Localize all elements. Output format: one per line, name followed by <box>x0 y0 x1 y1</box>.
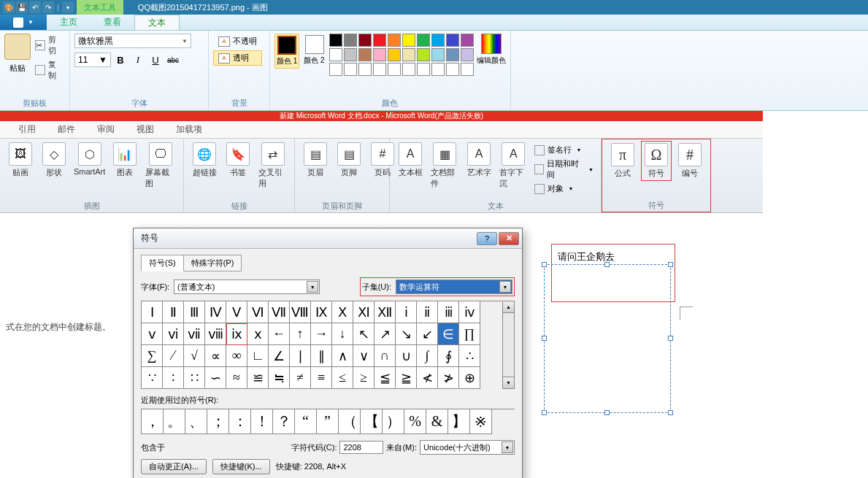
word-tab[interactable]: 加载项 <box>165 121 213 138</box>
palette-swatch[interactable] <box>446 48 459 61</box>
palette-swatch[interactable] <box>329 34 342 47</box>
symbol-cell[interactable]: ∕ <box>163 345 184 367</box>
palette-swatch[interactable] <box>388 63 401 76</box>
symbol-cell[interactable]: ↘ <box>396 323 417 345</box>
symbol-cell[interactable]: ⅷ <box>205 323 226 345</box>
recent-symbol-cell[interactable]: 。 <box>164 409 185 434</box>
resize-handle[interactable] <box>604 410 610 415</box>
save-icon[interactable]: 💾 <box>16 1 28 13</box>
symbol-cell[interactable]: ⅸ <box>226 323 247 345</box>
symbol-cell[interactable]: Ⅱ <box>163 301 184 323</box>
palette-swatch[interactable] <box>388 34 401 47</box>
palette-swatch[interactable] <box>373 48 386 61</box>
font-size-combo[interactable]: 11▼ <box>74 53 111 67</box>
symbol-cell[interactable]: ⅳ <box>459 301 480 323</box>
palette-swatch[interactable] <box>358 63 372 76</box>
undo-icon[interactable]: ↶ <box>29 1 41 13</box>
palette-swatch[interactable] <box>402 63 415 76</box>
palette-swatch[interactable] <box>329 63 342 76</box>
symbol-cell[interactable]: ∑ <box>142 345 163 367</box>
symbol-cell[interactable]: ⅶ <box>184 323 205 345</box>
tab-text[interactable]: 文本 <box>134 15 180 30</box>
word-tab[interactable]: 审阅 <box>86 121 126 138</box>
font-family-combo[interactable]: 微软雅黑▼ <box>74 34 191 48</box>
symbol-cell[interactable]: ⅵ <box>163 323 184 345</box>
palette-swatch[interactable] <box>461 34 474 47</box>
palette-swatch[interactable] <box>388 48 401 61</box>
recent-symbol-cell[interactable]: % <box>404 409 426 434</box>
palette-swatch[interactable] <box>417 63 430 76</box>
recent-symbol-cell[interactable]: ？ <box>273 409 295 434</box>
resize-handle[interactable] <box>668 336 673 341</box>
symbol-cell[interactable]: ≦ <box>375 367 396 389</box>
ribbon-button[interactable]: A首字下沉 <box>498 141 529 190</box>
symbol-cell[interactable]: ≯ <box>438 367 459 389</box>
symbol-cell[interactable]: ∠ <box>269 345 290 367</box>
palette-swatch[interactable] <box>417 34 430 47</box>
recent-symbol-cell[interactable]: ！ <box>251 409 273 434</box>
ribbon-button[interactable]: A艺术字 <box>464 141 493 190</box>
symbol-cell[interactable]: ⊕ <box>459 367 480 389</box>
ribbon-button[interactable]: ▦文档部件 <box>429 141 460 190</box>
ribbon-button[interactable]: 🔖书签 <box>223 141 253 180</box>
symbol-cell[interactable]: Ⅺ <box>353 301 375 323</box>
ribbon-button[interactable]: #编号 <box>675 142 704 180</box>
symbol-cell[interactable]: ∏ <box>459 323 480 345</box>
symbol-cell[interactable]: ↙ <box>417 323 438 345</box>
palette-swatch[interactable] <box>329 48 342 61</box>
shortcut-key-button[interactable]: 快捷键(K)... <box>212 459 270 474</box>
recent-symbol-cell[interactable]: & <box>426 409 448 434</box>
symbol-cell[interactable]: ⅹ <box>247 323 269 345</box>
ribbon-button[interactable]: ▤页眉 <box>301 141 330 180</box>
ribbon-button[interactable]: 🖵屏幕截图 <box>144 141 177 190</box>
recent-symbol-cell[interactable]: “ <box>295 409 317 434</box>
transparent-option[interactable]: A透明 <box>213 50 262 66</box>
symbol-cell[interactable]: ≈ <box>226 367 247 389</box>
symbol-cell[interactable]: Ⅴ <box>226 301 247 323</box>
symbol-cell[interactable]: Ⅻ <box>375 301 396 323</box>
recent-symbol-cell[interactable]: ： <box>229 409 251 434</box>
copy-button[interactable]: 复制 <box>34 58 65 82</box>
symbol-cell[interactable]: ⅰ <box>396 301 417 323</box>
autocorrect-button[interactable]: 自动更正(A)... <box>141 459 207 474</box>
ribbon-button[interactable]: ▤页脚 <box>334 141 364 180</box>
recent-symbol-cell[interactable]: ， <box>142 409 164 434</box>
palette-swatch[interactable] <box>344 63 357 76</box>
symbol-cell[interactable]: Ⅳ <box>205 301 226 323</box>
symbol-cell[interactable]: ∫ <box>417 345 438 367</box>
symbol-cell[interactable]: Ⅷ <box>290 301 311 323</box>
palette-swatch[interactable] <box>461 48 474 61</box>
symbol-cell[interactable]: ≤ <box>332 367 353 389</box>
palette-swatch[interactable] <box>344 48 357 61</box>
file-menu-button[interactable]: ▼ <box>0 15 47 30</box>
recent-symbol-cell[interactable]: ” <box>317 409 339 434</box>
palette-swatch[interactable] <box>446 63 459 76</box>
edit-colors-button[interactable]: 编辑颜色 <box>477 34 506 66</box>
opaque-option[interactable]: A不透明 <box>213 34 262 49</box>
dialog-close-button[interactable]: ✕ <box>499 232 519 245</box>
strikethrough-button[interactable]: abc <box>165 53 181 67</box>
symbol-cell[interactable]: ↓ <box>332 323 353 345</box>
symbol-cell[interactable]: ∨ <box>353 345 375 367</box>
color2-button[interactable]: 颜色 2 <box>302 34 326 67</box>
textbox-selection[interactable] <box>544 264 671 413</box>
symbol-cell[interactable]: ∥ <box>311 345 332 367</box>
palette-swatch[interactable] <box>373 63 386 76</box>
palette-swatch[interactable] <box>402 34 415 47</box>
redo-icon[interactable]: ↷ <box>42 1 54 13</box>
tab-view[interactable]: 查看 <box>91 15 134 30</box>
recent-symbol-cell[interactable]: 【 <box>361 409 383 434</box>
palette-swatch[interactable] <box>461 63 474 76</box>
symbol-cell[interactable]: Ⅲ <box>184 301 205 323</box>
palette-swatch[interactable] <box>417 48 430 61</box>
palette-swatch[interactable] <box>402 48 415 61</box>
symbol-cell[interactable]: ∮ <box>438 345 459 367</box>
symbol-cell[interactable]: ↖ <box>353 323 375 345</box>
symbol-cell[interactable]: ∶ <box>163 367 184 389</box>
symbol-cell[interactable]: ∽ <box>205 367 226 389</box>
symbol-cell[interactable]: ⅱ <box>417 301 438 323</box>
ribbon-button[interactable]: 📊图表 <box>110 141 139 180</box>
ribbon-button[interactable]: π公式 <box>608 142 637 180</box>
symbol-cell[interactable]: ≠ <box>290 367 311 389</box>
palette-swatch[interactable] <box>358 34 372 47</box>
